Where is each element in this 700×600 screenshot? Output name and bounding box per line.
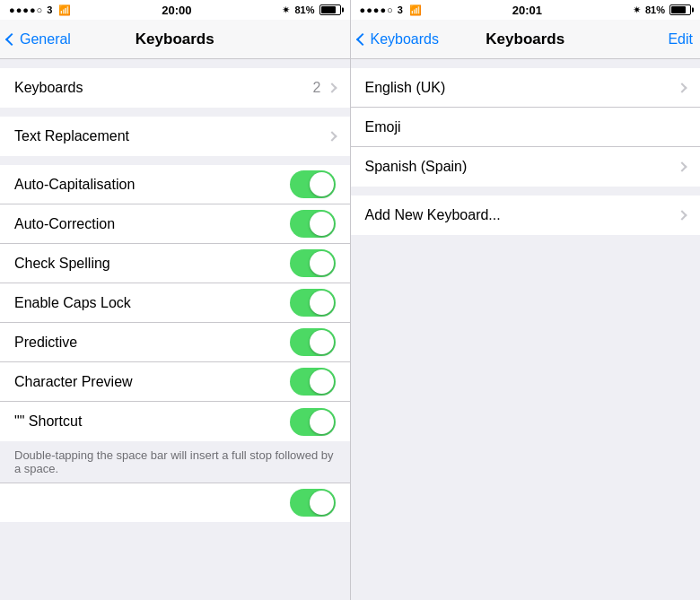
- toggle-row: Enable Caps Lock: [0, 283, 350, 323]
- add-keyboard-group: Add New Keyboard...: [351, 196, 701, 235]
- back-button-right[interactable]: Keyboards: [358, 31, 440, 48]
- status-bar-right: ●●●●○ 3 📶 20:01 ✴ 81%: [351, 0, 701, 20]
- toggle-row: Auto-Correction: [0, 204, 350, 244]
- sep-right-2: [351, 187, 701, 196]
- status-bar-left: ●●●●○ 3 📶 20:00 ✴ 81%: [0, 0, 350, 20]
- toggle-row: Auto-Capitalisation: [0, 165, 350, 204]
- toggle-switch[interactable]: [290, 170, 336, 198]
- text-replacement-label: Text Replacement: [14, 128, 129, 144]
- status-right-left: ✴ 81%: [282, 4, 340, 16]
- text-replacement-right: [328, 133, 336, 140]
- toggle-label: Predictive: [14, 335, 77, 351]
- back-label-left: General: [20, 31, 71, 48]
- battery-fill-left: [321, 6, 336, 13]
- sep-right-1: [351, 59, 701, 68]
- keyboard-item-chevron: [677, 161, 687, 171]
- text-replacement-group: Text Replacement: [0, 117, 350, 156]
- keyboard-item-right: [678, 84, 686, 91]
- nav-bar-right: Keyboards Keyboards Edit: [351, 20, 701, 59]
- wifi-left: 📶: [58, 4, 71, 16]
- back-button-left[interactable]: General: [7, 31, 71, 48]
- toggle-row: Character Preview: [0, 362, 350, 402]
- right-empty-area: [351, 235, 701, 600]
- wifi-right: 📶: [409, 4, 422, 16]
- keyboards-row[interactable]: Keyboards 2: [0, 68, 350, 108]
- add-keyboard-right: [678, 212, 686, 219]
- nav-bar-left: General Keyboards: [0, 20, 350, 59]
- text-replacement-chevron: [327, 131, 337, 141]
- toggle-row: Check Spelling: [0, 244, 350, 283]
- signal-right: ●●●●○ 3 📶: [360, 4, 422, 16]
- keyboard-item-right: [678, 163, 686, 170]
- sep-2: [0, 108, 350, 117]
- keyboards-group: Keyboards 2: [0, 68, 350, 108]
- text-replacement-row[interactable]: Text Replacement: [0, 117, 350, 156]
- back-chevron-left: [5, 32, 18, 45]
- dots-right: ●●●●○ 3: [360, 4, 404, 15]
- nav-title-left: Keyboards: [136, 30, 214, 48]
- toggle-label: Character Preview: [14, 374, 133, 390]
- toggle-switch[interactable]: [290, 368, 336, 396]
- battery-icon-right: [669, 4, 691, 15]
- keyboard-item[interactable]: Emoji: [351, 108, 701, 147]
- status-right-right: ✴ 81%: [633, 4, 691, 16]
- sep-3: [0, 156, 350, 165]
- keyboard-item-label: Spanish (Spain): [365, 159, 468, 175]
- back-label-right: Keyboards: [371, 31, 440, 48]
- keyboard-item-chevron: [677, 83, 687, 92]
- bt-right: ✴: [633, 4, 641, 16]
- signal-left: ●●●●○ 3 📶: [9, 4, 71, 16]
- toggle-label: Auto-Capitalisation: [14, 177, 135, 193]
- battery-fill-right: [671, 6, 686, 13]
- toggle-switch[interactable]: [290, 210, 336, 238]
- toggle-row: "" Shortcut: [0, 402, 350, 441]
- footer-note: Double-tapping the space bar will insert…: [0, 441, 350, 483]
- toggle-row: Predictive: [0, 323, 350, 362]
- keyboard-item[interactable]: Spanish (Spain): [351, 147, 701, 187]
- edit-button[interactable]: Edit: [668, 31, 693, 48]
- right-panel: ●●●●○ 3 📶 20:01 ✴ 81% Keyboards Keyboard…: [351, 0, 701, 600]
- toggle-label: "" Shortcut: [14, 413, 82, 430]
- battery-icon-left: [319, 4, 341, 15]
- partial-toggle[interactable]: [290, 489, 336, 517]
- keyboard-item-label: Emoji: [365, 119, 401, 135]
- keyboard-item[interactable]: English (UK): [351, 68, 701, 108]
- keyboards-value: 2: [313, 80, 321, 96]
- battery-pct-right: 81%: [645, 4, 665, 15]
- keyboards-label: Keyboards: [14, 80, 83, 96]
- keyboard-item-label: English (UK): [365, 80, 446, 96]
- sep-1: [0, 59, 350, 68]
- keyboard-list: English (UK)EmojiSpanish (Spain): [351, 68, 701, 187]
- add-keyboard-label: Add New Keyboard...: [365, 207, 501, 223]
- toggle-switch[interactable]: [290, 408, 336, 436]
- bt-left: ✴: [282, 4, 290, 16]
- add-keyboard-chevron: [677, 210, 687, 220]
- battery-pct-left: 81%: [294, 4, 314, 15]
- keyboards-chevron: [327, 83, 337, 92]
- add-keyboard-row[interactable]: Add New Keyboard...: [351, 196, 701, 235]
- keyboards-right: 2: [313, 80, 336, 96]
- back-chevron-right: [355, 32, 368, 45]
- toggle-label: Check Spelling: [14, 256, 110, 272]
- partial-row: [0, 483, 350, 522]
- toggle-switch[interactable]: [290, 289, 336, 317]
- toggle-label: Auto-Correction: [14, 216, 115, 232]
- dots-left: ●●●●○ 3: [9, 4, 53, 15]
- nav-title-right: Keyboards: [486, 30, 564, 48]
- toggle-label: Enable Caps Lock: [14, 295, 131, 311]
- toggle-switch[interactable]: [290, 249, 336, 277]
- toggle-switch[interactable]: [290, 328, 336, 356]
- time-left: 20:00: [162, 4, 191, 17]
- time-right: 20:01: [512, 4, 542, 17]
- toggles-group: Auto-CapitalisationAuto-CorrectionCheck …: [0, 165, 350, 441]
- left-panel: ●●●●○ 3 📶 20:00 ✴ 81% General Keyboards …: [0, 0, 351, 600]
